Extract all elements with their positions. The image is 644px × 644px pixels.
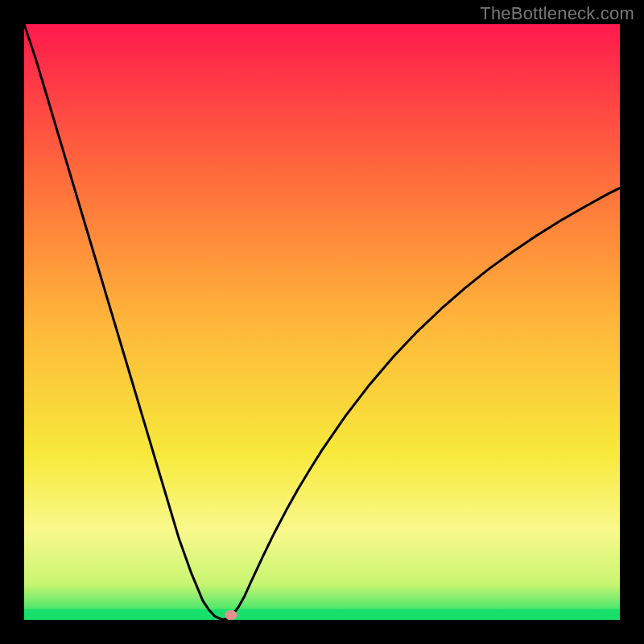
chart-frame: TheBottleneck.com	[0, 0, 644, 644]
minimum-marker	[225, 610, 237, 620]
bottleneck-chart	[24, 24, 620, 620]
chart-bottom-band	[24, 609, 620, 620]
watermark-label: TheBottleneck.com	[480, 3, 634, 24]
